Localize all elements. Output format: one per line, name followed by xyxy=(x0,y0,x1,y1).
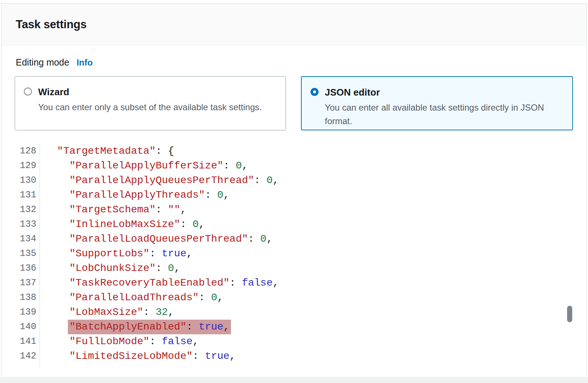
line-number: 133 xyxy=(1,217,36,232)
code-line[interactable]: "ParallelApplyQueuesPerThread": 0, xyxy=(45,173,279,188)
option-wizard-label: Wizard xyxy=(38,86,262,98)
code-line[interactable]: "InlineLobMaxSize": 0, xyxy=(45,217,279,232)
code-line[interactable]: "ParallelLoadThreads": 0, xyxy=(45,290,279,305)
panel-title: Task settings xyxy=(16,18,87,31)
line-number: 142 xyxy=(1,349,36,364)
line-number: 128 xyxy=(1,144,36,159)
footer-strip xyxy=(0,378,588,383)
line-number: 138 xyxy=(1,290,36,305)
code-line[interactable]: "FullLobMode": false, xyxy=(45,334,279,349)
task-settings-panel: Task settings Editing mode Info Wizard Y… xyxy=(1,3,587,378)
option-card-json-editor[interactable]: JSON editor You can enter all available … xyxy=(301,76,573,130)
line-number: 135 xyxy=(1,246,36,261)
radio-selected-icon[interactable] xyxy=(310,88,319,96)
code-line[interactable]: "ParallelApplyBufferSize": 0, xyxy=(45,159,279,173)
code-line[interactable]: "TargetMetadata": { xyxy=(45,144,279,159)
line-number: 140 xyxy=(1,320,36,334)
line-number: 141 xyxy=(1,334,36,349)
line-number: 137 xyxy=(1,276,36,290)
page: Task settings Editing mode Info Wizard Y… xyxy=(0,0,588,383)
code-area[interactable]: "TargetMetadata": { "ParallelApplyBuffer… xyxy=(45,144,279,364)
line-number-gutter: 1281291301311321331341351361371381391401… xyxy=(1,144,36,364)
line-number: 134 xyxy=(1,232,36,246)
line-number: 130 xyxy=(1,173,36,188)
option-card-wizard[interactable]: Wizard You can enter only a subset of th… xyxy=(15,76,286,130)
option-json-description: You can enter all available task setting… xyxy=(325,101,563,128)
line-number: 136 xyxy=(1,261,36,276)
code-line[interactable]: "LimitedSizeLobMode": true, xyxy=(45,349,279,364)
code-line[interactable]: "BatchApplyEnabled": true, xyxy=(45,320,279,334)
code-line[interactable]: "ParallelApplyThreads": 0, xyxy=(45,188,279,202)
code-line[interactable]: "ParallelLoadQueuesPerThread": 0, xyxy=(45,232,279,246)
line-number: 131 xyxy=(1,188,36,202)
json-code-editor[interactable]: 1281291301311321331341351361371381391401… xyxy=(1,144,587,373)
code-line[interactable]: "TargetSchema": "", xyxy=(45,202,279,217)
radio-unselected-icon[interactable] xyxy=(24,88,32,96)
line-number: 139 xyxy=(1,305,36,320)
editing-mode-label: Editing mode xyxy=(16,57,69,68)
code-line[interactable]: "TaskRecoveryTableEnabled": false, xyxy=(45,276,279,290)
editing-mode-row: Editing mode Info xyxy=(16,57,93,68)
code-line[interactable]: "SupportLobs": true, xyxy=(45,246,279,261)
highlighted-token: "BatchApplyEnabled": true, xyxy=(68,320,231,334)
line-number: 132 xyxy=(1,202,36,217)
info-link[interactable]: Info xyxy=(77,57,93,68)
code-line[interactable]: "LobChunkSize": 0, xyxy=(45,261,279,276)
panel-header: Task settings xyxy=(1,4,587,45)
option-json-text: JSON editor You can enter all available … xyxy=(325,87,563,128)
code-line[interactable]: "LobMaxSize": 32, xyxy=(45,305,279,320)
scrollbar-thumb[interactable] xyxy=(567,306,572,322)
option-wizard-text: Wizard You can enter only a subset of th… xyxy=(38,86,262,114)
line-number: 129 xyxy=(1,159,36,173)
option-wizard-description: You can enter only a subset of the avail… xyxy=(38,100,262,114)
option-json-label: JSON editor xyxy=(325,87,563,98)
gutter-divider xyxy=(40,143,40,368)
